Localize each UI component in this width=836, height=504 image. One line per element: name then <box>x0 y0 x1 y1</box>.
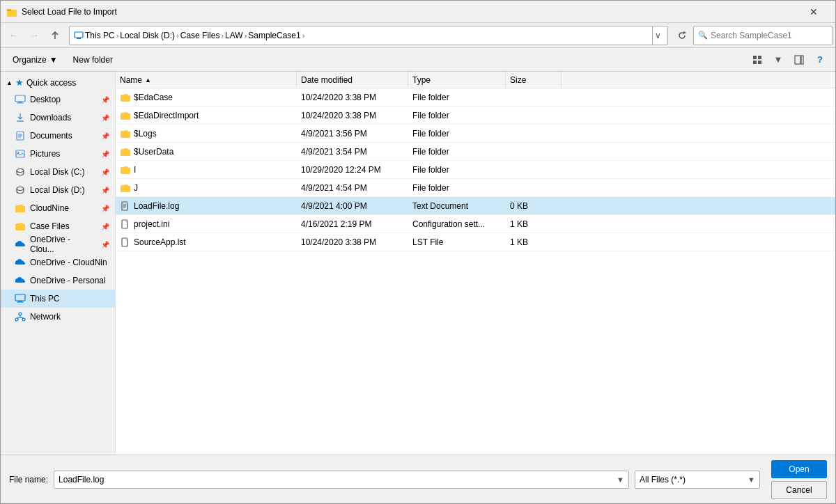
sidebar-item-desktop[interactable]: Desktop 📌 <box>1 90 115 109</box>
sidebar-item-local-c[interactable]: Local Disk (C:) 📌 <box>1 163 115 181</box>
svg-point-28 <box>22 318 25 321</box>
help-button[interactable]: ? <box>810 51 830 69</box>
onedrive-personal-icon <box>15 275 26 286</box>
navbar: ← → This PC › Local Disk (D:) › Case Fil… <box>1 23 835 48</box>
col-header-size[interactable]: Size <box>506 72 562 88</box>
col-header-date[interactable]: Date modified <box>297 72 408 88</box>
organize-button[interactable]: Organize ▼ <box>6 51 64 69</box>
filetype-arrow-icon: ▼ <box>748 475 755 484</box>
toolbar: Organize ▼ New folder ▼ ? <box>1 48 835 72</box>
cell-name: project.ini <box>116 219 297 230</box>
cell-size: 1 KB <box>506 237 562 247</box>
toolbar-right: ▼ ? <box>748 51 830 69</box>
quick-access-header[interactable]: ▲ ★ Quick access <box>1 74 115 90</box>
file-icon <box>120 219 131 230</box>
local-c-pin: 📌 <box>101 168 109 176</box>
svg-point-27 <box>15 318 18 321</box>
filetype-label: All Files (*.*) <box>640 475 686 485</box>
cell-name: $EdaDirectImport <box>116 110 297 121</box>
sidebar-item-onedrive-cloudnin[interactable]: OneDrive - CloudNin <box>1 253 115 271</box>
details-pane-button[interactable] <box>789 51 809 69</box>
address-dropdown[interactable]: ∨ <box>652 26 663 45</box>
col-header-name[interactable]: Name ▲ <box>116 72 297 88</box>
titlebar-icon <box>6 6 17 17</box>
svg-line-31 <box>20 317 24 318</box>
cell-date: 4/9/2021 4:00 PM <box>297 201 408 211</box>
cell-type: File folder <box>408 93 506 102</box>
svg-rect-24 <box>18 301 22 302</box>
sidebar-item-onedrive-clou[interactable]: OneDrive - Clou... 📌 <box>1 235 115 253</box>
filename-dropdown-icon[interactable]: ▼ <box>617 475 624 484</box>
filename-label: File name: <box>9 475 48 485</box>
table-row[interactable]: LoadFile.log 4/9/2021 4:00 PM Text Docum… <box>116 197 835 215</box>
search-icon: 🔍 <box>698 31 708 40</box>
onedrive-clou-icon <box>15 239 26 250</box>
onedrive-personal-label: OneDrive - Personal <box>30 276 106 285</box>
open-button[interactable]: Open <box>771 460 827 478</box>
table-row[interactable]: $UserData 4/9/2021 3:54 PM File folder <box>116 143 835 161</box>
cell-name: LoadFile.log <box>116 200 297 212</box>
file-icon <box>120 110 131 121</box>
cell-type: Configuration sett... <box>408 219 506 229</box>
cell-name: SourceApp.lst <box>116 237 297 248</box>
refresh-button[interactable] <box>672 26 692 45</box>
local-d-label: Local Disk (D:) <box>30 185 85 195</box>
table-row[interactable]: $Logs 4/9/2021 3:56 PM File folder <box>116 125 835 143</box>
cell-type: File folder <box>408 129 506 139</box>
sidebar-item-network[interactable]: Network <box>1 308 115 326</box>
filetype-select[interactable]: All Files (*.*) ▼ <box>635 471 760 489</box>
cell-type: File folder <box>408 165 506 175</box>
up-button[interactable] <box>45 26 65 45</box>
back-button[interactable]: ← <box>3 26 23 45</box>
cell-name: $EdaCase <box>116 92 297 103</box>
svg-rect-9 <box>795 56 800 64</box>
network-label: Network <box>30 312 61 322</box>
bottom-bar: File name: ▼ All Files (*.*) ▼ Open Canc… <box>1 455 835 503</box>
cancel-button[interactable]: Cancel <box>771 481 827 499</box>
table-row[interactable]: I 10/29/2020 12:24 PM File folder <box>116 161 835 179</box>
table-row[interactable]: project.ini 4/16/2021 2:19 PM Configurat… <box>116 215 835 233</box>
search-bar[interactable]: 🔍 <box>693 26 833 45</box>
downloads-label: Downloads <box>30 113 71 123</box>
file-icon <box>120 92 131 103</box>
casefiles-icon <box>15 221 26 232</box>
bottom-buttons: Open Cancel <box>771 460 827 499</box>
close-button[interactable]: ✕ <box>798 1 830 23</box>
table-row[interactable]: $EdaCase 10/24/2020 3:38 PM File folder <box>116 88 835 107</box>
cell-date: 4/9/2021 4:54 PM <box>297 183 408 193</box>
filename-input[interactable] <box>59 475 617 485</box>
table-row[interactable]: J 4/9/2021 4:54 PM File folder <box>116 179 835 197</box>
filename-input-wrap[interactable]: ▼ <box>54 471 629 489</box>
forward-button[interactable]: → <box>24 26 44 45</box>
sidebar-item-cloudnine[interactable]: CloudNine 📌 <box>1 199 115 217</box>
sidebar-item-onedrive-personal[interactable]: OneDrive - Personal <box>1 271 115 290</box>
local-d-icon <box>15 184 26 196</box>
sidebar-item-local-d[interactable]: Local Disk (D:) 📌 <box>1 181 115 199</box>
sidebar-item-this-pc[interactable]: This PC <box>1 290 115 308</box>
table-row[interactable]: SourceApp.lst 10/24/2020 3:38 PM LST Fil… <box>116 233 835 251</box>
documents-pin: 📌 <box>101 132 109 140</box>
address-bar[interactable]: This PC › Local Disk (D:) › Case Files ›… <box>69 26 668 45</box>
file-icon <box>120 164 131 175</box>
cell-date: 10/29/2020 12:24 PM <box>297 165 408 175</box>
sidebar-item-downloads[interactable]: Downloads 📌 <box>1 109 115 127</box>
cell-type: File folder <box>408 111 506 120</box>
sidebar-item-pictures[interactable]: Pictures 📌 <box>1 145 115 163</box>
downloads-icon <box>15 112 26 123</box>
svg-marker-36 <box>126 202 127 204</box>
view-dropdown-button[interactable]: ▼ <box>768 51 788 69</box>
sidebar-item-casefiles[interactable]: Case Files 📌 <box>1 217 115 235</box>
desktop-icon <box>15 94 26 105</box>
address-parts: This PC › Local Disk (D:) › Case Files ›… <box>74 31 652 40</box>
cell-size: 0 KB <box>506 201 562 211</box>
search-input[interactable] <box>711 31 828 40</box>
table-row[interactable]: $EdaDirectImport 10/24/2020 3:38 PM File… <box>116 107 835 125</box>
col-header-type[interactable]: Type <box>408 72 506 88</box>
cloudnine-label: CloudNine <box>30 203 69 213</box>
svg-rect-8 <box>758 61 761 64</box>
titlebar: Select Load File to Import ✕ <box>1 1 835 23</box>
documents-icon <box>15 130 26 141</box>
sidebar-item-documents[interactable]: Documents 📌 <box>1 127 115 145</box>
view-options-button[interactable] <box>748 51 767 69</box>
new-folder-button[interactable]: New folder <box>67 51 119 69</box>
